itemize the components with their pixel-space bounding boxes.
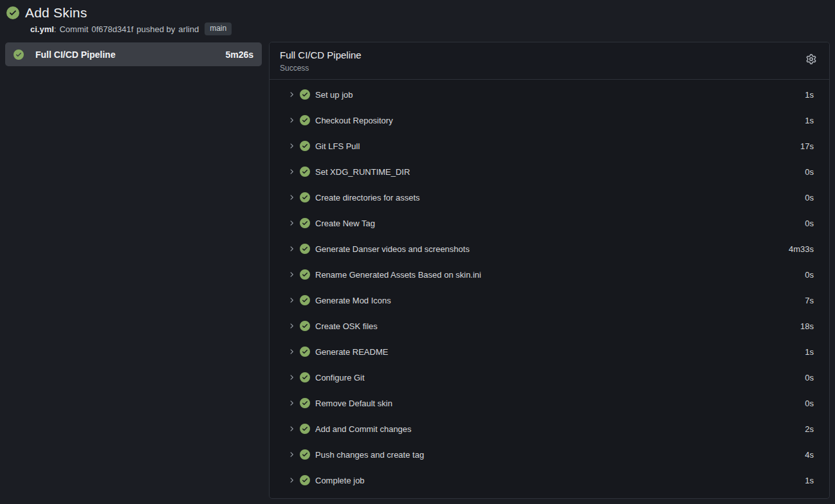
step-duration: 1s [805,116,814,125]
actions-run-page: Add Skins ci.yml: Commit 0f678d341f push… [0,0,835,504]
job-detail-panel: Full CI/CD Pipeline Success Set up job 1… [269,42,830,499]
workflow-file-label: ci.yml: [30,24,56,34]
chevron-right-icon[interactable] [288,322,295,330]
chevron-right-icon[interactable] [288,271,295,278]
step-status-check-circle-icon [300,321,310,331]
step-status-check-circle-icon [300,166,310,177]
step-status-check-circle-icon [300,449,310,460]
step-name: Generate Mod Icons [315,296,391,305]
job-panel-title: Full CI/CD Pipeline [280,50,362,60]
step-row[interactable]: Set up job 1s [270,82,829,107]
step-row[interactable]: Generate Danser videos and screenshots 4… [270,236,829,262]
sidebar-job-item[interactable]: Full CI/CD Pipeline 5m26s [5,42,262,66]
step-row[interactable]: Rename Generated Assets Based on skin.in… [270,262,829,287]
step-row[interactable]: Generate Mod Icons 7s [270,287,829,313]
step-name: Create New Tag [315,219,375,228]
chevron-right-icon[interactable] [288,116,295,124]
step-row[interactable]: Push changes and create tag 4s [270,442,829,467]
step-row[interactable]: Set XDG_RUNTIME_DIR 0s [270,159,829,184]
step-row[interactable]: Create OSK files 18s [270,313,829,339]
chevron-right-icon[interactable] [288,374,295,381]
job-status-text: Success [280,64,362,73]
job-duration: 5m26s [225,50,253,60]
run-header: Add Skins ci.yml: Commit 0f678d341f push… [5,4,830,42]
step-name: Git LFS Pull [315,141,360,151]
step-row[interactable]: Add and Commit changes 2s [270,416,829,442]
step-duration: 1s [805,347,814,357]
commit-summary: ci.yml: Commit 0f678d341f pushed by arli… [30,22,829,35]
step-duration: 1s [805,90,814,100]
chevron-right-icon[interactable] [288,476,295,484]
step-row[interactable]: Configure Git 0s [270,364,829,390]
step-name: Set up job [315,90,353,100]
step-status-check-circle-icon [300,192,310,203]
step-status-check-circle-icon [300,372,310,382]
step-row[interactable]: Create directories for assets 0s [270,184,829,210]
step-status-check-circle-icon [300,141,310,151]
step-duration: 7s [805,296,814,305]
step-name: Set XDG_RUNTIME_DIR [315,167,410,177]
step-status-check-circle-icon [300,295,310,305]
step-duration: 2s [805,424,814,434]
step-row[interactable]: Checkout Repository 1s [270,107,829,133]
step-name: Checkout Repository [315,116,393,125]
chevron-right-icon[interactable] [288,451,295,458]
chevron-right-icon[interactable] [288,425,295,433]
step-name: Push changes and create tag [315,450,424,460]
step-name: Rename Generated Assets Based on skin.in… [315,270,481,280]
commit-middle-text: pushed by [136,24,175,34]
chevron-right-icon[interactable] [288,168,295,176]
step-duration: 18s [800,321,814,331]
step-duration: 0s [805,167,814,177]
step-row[interactable]: Create New Tag 0s [270,210,829,236]
separator: : [54,24,57,34]
step-name: Generate Danser videos and screenshots [315,244,470,254]
job-status-check-circle-icon [14,50,24,60]
chevron-right-icon[interactable] [288,399,295,407]
job-panel-header: Full CI/CD Pipeline Success [270,42,829,80]
step-duration: 17s [800,141,814,151]
step-duration: 1s [805,476,814,485]
step-duration: 4m33s [789,244,814,254]
step-name: Configure Git [315,373,365,382]
step-duration: 0s [805,399,814,408]
run-status-check-circle-icon [6,6,19,19]
step-duration: 4s [805,450,814,460]
chevron-right-icon[interactable] [288,219,295,227]
commit-author-link[interactable]: arlind [178,24,199,34]
step-status-check-circle-icon [300,115,310,125]
chevron-right-icon[interactable] [288,91,295,98]
step-row[interactable]: Generate README 1s [270,339,829,364]
step-duration: 0s [805,270,814,280]
chevron-right-icon[interactable] [288,348,295,356]
step-status-check-circle-icon [300,424,310,434]
chevron-right-icon[interactable] [288,245,295,253]
step-name: Remove Default skin [315,399,392,408]
step-name: Create directories for assets [315,193,420,203]
step-row[interactable]: Remove Default skin 0s [270,390,829,416]
commit-hash-link[interactable]: 0f678d341f [91,24,133,34]
workflow-file-name: ci.yml [30,24,54,34]
chevron-right-icon[interactable] [288,142,295,150]
job-name: Full CI/CD Pipeline [35,50,219,60]
step-row[interactable]: Complete job 1s [270,467,829,493]
commit-prefix: Commit [59,24,88,34]
step-duration: 0s [805,193,814,203]
branch-badge: main [205,22,232,35]
jobs-sidebar: Full CI/CD Pipeline 5m26s [5,42,262,66]
step-name: Complete job [315,476,365,485]
gear-icon[interactable] [806,54,816,64]
step-name: Add and Commit changes [315,424,412,434]
run-title: Add Skins [25,5,87,21]
step-status-check-circle-icon [300,398,310,408]
chevron-right-icon[interactable] [288,194,295,201]
step-status-check-circle-icon [300,346,310,357]
step-duration: 0s [805,219,814,228]
step-row[interactable]: Git LFS Pull 17s [270,133,829,159]
step-status-check-circle-icon [300,89,310,100]
step-status-check-circle-icon [300,269,310,280]
step-duration: 0s [805,373,814,382]
step-list: Set up job 1s Checkout Repository 1s [270,80,829,497]
step-name: Create OSK files [315,321,378,331]
chevron-right-icon[interactable] [288,296,295,304]
